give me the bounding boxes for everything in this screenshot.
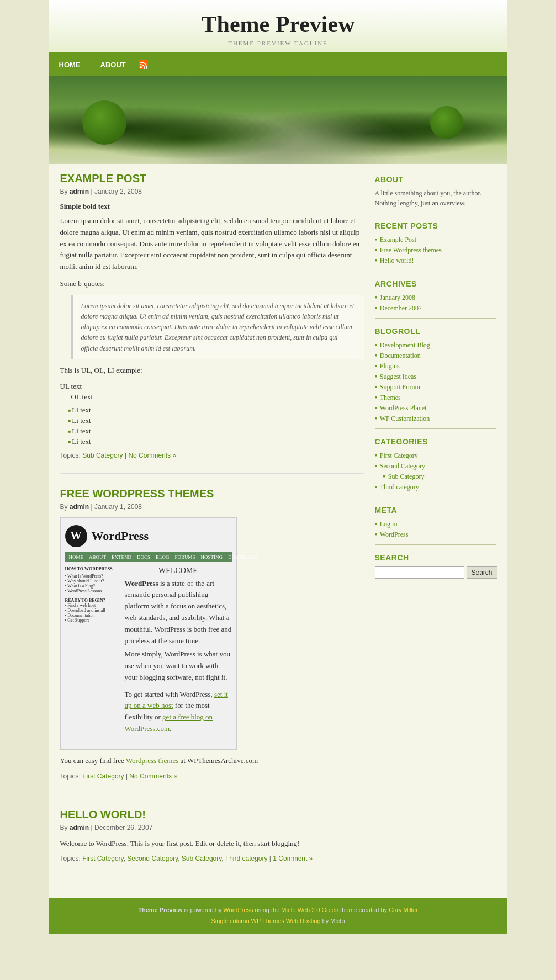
recent-post-link[interactable]: Hello world!: [380, 257, 414, 265]
footer-theme-link[interactable]: Micfo Web 2.0 Green: [281, 907, 338, 913]
wordpress-themes-link[interactable]: Wordpress themes: [126, 756, 178, 765]
sidebar-search-title: SEARCH: [375, 553, 496, 562]
list-item: Li text: [68, 406, 364, 415]
sidebar-archives-title: ARCHIVES: [375, 279, 496, 288]
footer-author-link[interactable]: Cory Miller: [389, 907, 418, 913]
main-content: EXAMPLE POST By admin | January 2, 2008 …: [60, 172, 375, 890]
list-item: WordPress Planet: [375, 403, 496, 414]
footer-hosting-link[interactable]: Single column WP Themes: [211, 918, 284, 924]
list-item: January 2008: [375, 293, 496, 303]
post-meta: By admin | December 26, 2007: [60, 824, 364, 831]
blogroll-link[interactable]: Themes: [380, 394, 401, 402]
post-author: admin: [70, 188, 89, 195]
list-item: Second Category: [375, 461, 496, 472]
search-form: Search: [375, 566, 496, 579]
wp-nav: HOMEABOUTEXTENDDOCSBLOGFORUMSHOSTINGDOWN…: [65, 552, 232, 562]
topic-second-category[interactable]: Second Category: [127, 855, 178, 862]
list-item: Documentation: [375, 351, 496, 361]
list-item: Li text: [68, 437, 364, 446]
sidebar-meta-title: META: [375, 506, 496, 515]
footer-webhosting-link[interactable]: Web Hosting: [286, 918, 321, 924]
site-title: Theme Preview: [49, 11, 507, 38]
list-item: Development Blog: [375, 340, 496, 351]
post-date: January 2, 2008: [94, 188, 142, 195]
ul-text: UL text: [60, 382, 364, 391]
sidebar: ABOUT A little something about you, the …: [375, 172, 496, 890]
post-author: admin: [70, 503, 89, 511]
archive-link[interactable]: December 2007: [380, 304, 422, 312]
category-link[interactable]: Third category: [380, 483, 419, 491]
comments-link[interactable]: No Comments »: [128, 452, 176, 459]
meta-link[interactable]: Log in: [380, 520, 398, 528]
blogroll-link[interactable]: Development Blog: [380, 341, 430, 349]
bquote-label: Some b-quotes:: [60, 278, 364, 290]
recent-posts-list: Example Post Free Wordpress themes Hello…: [375, 235, 496, 266]
archive-link[interactable]: January 2008: [380, 294, 415, 302]
post-title: HELLO WORLD!: [60, 808, 364, 821]
blogroll-link[interactable]: Suggest Ideas: [380, 373, 416, 381]
post-example-post: EXAMPLE POST By admin | January 2, 2008 …: [60, 172, 364, 474]
rss-icon[interactable]: [139, 60, 148, 69]
blockquote: Lorem ipsum dolor sit amet, consectetur …: [71, 295, 364, 359]
post-topics: Topics: First Category | No Comments »: [60, 772, 364, 780]
wp-logo: W: [65, 525, 87, 547]
search-button[interactable]: Search: [467, 566, 497, 579]
post-content: Simple bold text Lorem ipsum dolor sit a…: [60, 202, 364, 446]
post-paragraph: Welcome to WordPress. This is your first…: [60, 838, 364, 850]
category-link[interactable]: First Category: [380, 452, 418, 460]
footer-powered-by: is powered by: [184, 907, 223, 913]
comments-link[interactable]: No Comments »: [129, 772, 177, 780]
sidebar-blogroll-title: BLOGROLL: [375, 327, 496, 336]
post-title-link[interactable]: FREE WORDPRESS THEMES: [60, 488, 214, 500]
meta-link[interactable]: WordPress: [380, 531, 409, 539]
list-item: Free Wordpress themes: [375, 245, 496, 256]
topic-first-category[interactable]: First Category: [82, 772, 124, 780]
wp-logo-text: WordPress: [92, 529, 149, 543]
list-item: Sub Category: [383, 472, 496, 482]
topic-subcategory[interactable]: Sub Category: [82, 452, 123, 459]
site-tagline: THEME PREVIEW TAGLINE: [49, 40, 507, 46]
post-title-link[interactable]: HELLO WORLD!: [60, 808, 146, 820]
topic-sub-category[interactable]: Sub Category: [182, 855, 222, 862]
footer-site-name: Theme Preview: [138, 907, 182, 913]
recent-post-link[interactable]: Free Wordpress themes: [380, 246, 442, 255]
blogroll-list: Development Blog Documentation Plugins S…: [375, 340, 496, 424]
blogroll-link[interactable]: Documentation: [380, 352, 421, 360]
blogroll-link[interactable]: WordPress Planet: [380, 404, 427, 412]
post-content: W WordPress HOMEABOUTEXTENDDOCSBLOGFORUM…: [60, 517, 364, 767]
list-item: WP Customization: [375, 414, 496, 424]
recent-post-link[interactable]: Example Post: [380, 236, 416, 244]
ol-text: OL text: [71, 393, 364, 401]
svg-point-0: [140, 66, 142, 68]
blogroll-link[interactable]: Plugins: [380, 362, 400, 370]
nav-home[interactable]: HOME: [49, 55, 91, 75]
post-paragraph: You can easy find free Wordpress themes …: [60, 755, 364, 767]
list-item: Support Forum: [375, 382, 496, 393]
bold-text: Simple bold text: [60, 202, 364, 211]
category-link[interactable]: Second Category: [380, 462, 425, 470]
sidebar-about-text: A little something about you, the author…: [375, 188, 496, 208]
list-item: December 2007: [375, 303, 496, 314]
post-topics: Topics: First Category, Second Category,…: [60, 855, 364, 862]
post-date: January 1, 2008: [94, 503, 142, 511]
comments-link[interactable]: 1 Comment »: [273, 855, 313, 862]
category-link[interactable]: Sub Category: [388, 473, 425, 481]
topic-first-category[interactable]: First Category: [82, 855, 123, 862]
list-label: This is UL, OL, LI example:: [60, 365, 364, 377]
sidebar-recent-posts-title: RECENT POSTS: [375, 221, 496, 230]
post-author: admin: [70, 824, 89, 831]
search-input[interactable]: [375, 566, 464, 579]
post-date: December 26, 2007: [94, 824, 152, 831]
footer-wordpress-link[interactable]: WordPress: [223, 907, 253, 913]
post-free-wp-themes: FREE WORDPRESS THEMES By admin | January…: [60, 488, 364, 794]
blogroll-link[interactable]: Support Forum: [380, 383, 420, 391]
blogroll-link[interactable]: WP Customization: [380, 415, 430, 423]
nav-about[interactable]: ABOUT: [91, 55, 136, 75]
post-topics: Topics: Sub Category | No Comments »: [60, 452, 364, 459]
sidebar-about-title: ABOUT: [375, 175, 496, 184]
post-title-link[interactable]: EXAMPLE POST: [60, 172, 147, 184]
list-item: Suggest Ideas: [375, 372, 496, 382]
list-item: Example Post: [375, 235, 496, 245]
post-paragraph: Lorem ipsum dolor sit amet, consectetur …: [60, 215, 364, 273]
topic-third-category[interactable]: Third category: [225, 855, 268, 862]
